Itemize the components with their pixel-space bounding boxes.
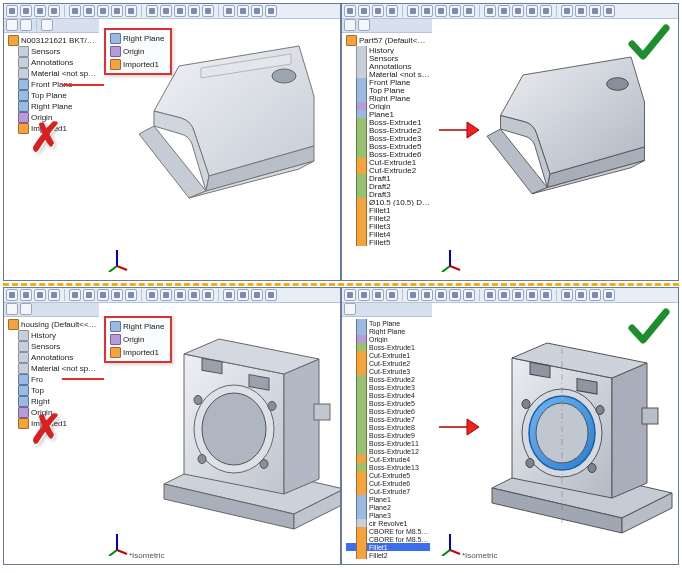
tree-node[interactable]: Boss-Extrude2	[346, 126, 430, 134]
appearance-icon[interactable]	[561, 5, 573, 17]
feature-tree[interactable]: Top PlaneRight PlaneOriginBoss-Extrude1C…	[342, 302, 433, 564]
tree-node[interactable]: CBORE for M8.5 SHO2	[346, 535, 430, 543]
tree-node[interactable]: Plane1	[346, 110, 430, 118]
zoom-fit-icon[interactable]	[111, 5, 123, 17]
print-icon[interactable]	[386, 289, 398, 301]
tree-node[interactable]: Right Plane	[346, 94, 430, 102]
tree-node[interactable]: Plane3	[346, 511, 430, 519]
tree-node[interactable]: Top	[8, 385, 97, 396]
tree-node[interactable]: Top Plane	[346, 319, 430, 327]
tree-root[interactable]: Part57 (Default<<Default>_Display)	[346, 35, 430, 46]
tree-node[interactable]: Boss-Extrude4	[346, 391, 430, 399]
zoom-area-icon[interactable]	[125, 289, 137, 301]
tree-node[interactable]: Boss-Extrude2	[346, 375, 430, 383]
tree-node[interactable]: Boss-Extrude12	[346, 447, 430, 455]
save-icon[interactable]	[372, 5, 384, 17]
new-icon[interactable]	[6, 289, 18, 301]
tree-node[interactable]: Boss-Extrude6	[346, 407, 430, 415]
undo-icon[interactable]	[407, 289, 419, 301]
tree-node[interactable]: Material <not specified>	[8, 68, 97, 79]
tree-node[interactable]: Fillet4	[346, 230, 430, 238]
help-icon[interactable]	[265, 289, 277, 301]
pan-icon[interactable]	[498, 5, 510, 17]
zoom-area-icon[interactable]	[463, 289, 475, 301]
view-triad[interactable]	[438, 532, 462, 558]
open-icon[interactable]	[20, 289, 32, 301]
redo-icon[interactable]	[421, 5, 433, 17]
section-icon[interactable]	[202, 5, 214, 17]
filter-icon[interactable]	[344, 19, 356, 31]
options-icon[interactable]	[251, 289, 263, 301]
zoom-fit-icon[interactable]	[111, 289, 123, 301]
new-icon[interactable]	[6, 5, 18, 17]
redo-icon[interactable]	[421, 289, 433, 301]
view-icon[interactable]	[20, 19, 32, 31]
tree-node[interactable]: Annotations	[8, 352, 97, 363]
tree-node[interactable]: Boss-Extrude3	[346, 134, 430, 142]
tree-node[interactable]: Cut-Extrude6	[346, 479, 430, 487]
tree-node[interactable]: Boss-Extrude7	[346, 415, 430, 423]
appearance-icon[interactable]	[223, 289, 235, 301]
tree-node[interactable]: Boss-Extrude6	[346, 150, 430, 158]
tree-node[interactable]: Sensors	[346, 54, 430, 62]
filter-icon[interactable]	[6, 19, 18, 31]
tree-node[interactable]: Annotations	[346, 62, 430, 70]
rotate-icon[interactable]	[146, 5, 158, 17]
tree-node[interactable]: Right Plane	[346, 327, 430, 335]
view-icon[interactable]	[358, 19, 370, 31]
tree-node[interactable]: Boss-Extrude1	[346, 118, 430, 126]
view-triad[interactable]	[105, 248, 129, 274]
wireframe-icon[interactable]	[188, 289, 200, 301]
tree-node[interactable]: Draft3	[346, 190, 430, 198]
rotate-icon[interactable]	[146, 289, 158, 301]
tree-node[interactable]: Sensors	[8, 46, 97, 57]
tree-node[interactable]: Boss-Extrude3	[346, 383, 430, 391]
options-icon[interactable]	[251, 5, 263, 17]
wireframe-icon[interactable]	[526, 5, 538, 17]
tree-node[interactable]: Right Plane	[8, 101, 97, 112]
tree-node[interactable]: Top Plane	[346, 86, 430, 94]
config-icon[interactable]	[41, 19, 53, 31]
appearance-icon[interactable]	[561, 289, 573, 301]
tree-node[interactable]: Fillet3	[346, 222, 430, 230]
tree-node[interactable]: Cut-Extrude1	[346, 158, 430, 166]
tree-node[interactable]: Boss-Extrude5	[346, 399, 430, 407]
tree-node[interactable]: Boss-Extrude9	[346, 431, 430, 439]
zoom-fit-icon[interactable]	[449, 5, 461, 17]
new-icon[interactable]	[344, 5, 356, 17]
tree-node[interactable]: Cut-Extrude5	[346, 471, 430, 479]
save-icon[interactable]	[34, 289, 46, 301]
tree-node[interactable]: Sensors	[8, 341, 97, 352]
view-icon[interactable]	[575, 5, 587, 17]
rebuild-icon[interactable]	[97, 5, 109, 17]
view-icon[interactable]	[237, 289, 249, 301]
tree-node[interactable]: Boss-Extrude1	[346, 343, 430, 351]
feature-tree[interactable]: Part57 (Default<<Default>_Display) Histo…	[342, 18, 433, 280]
print-icon[interactable]	[386, 5, 398, 17]
shade-icon[interactable]	[512, 5, 524, 17]
view-icon[interactable]	[20, 303, 32, 315]
tree-node[interactable]: History	[346, 46, 430, 54]
rotate-icon[interactable]	[484, 289, 496, 301]
view-icon[interactable]	[237, 5, 249, 17]
tree-node[interactable]: cir Revolve1	[346, 519, 430, 527]
tree-node[interactable]: Annotations	[8, 57, 97, 68]
print-icon[interactable]	[48, 289, 60, 301]
tree-node[interactable]: Boss-Extrude11	[346, 439, 430, 447]
appearance-icon[interactable]	[223, 5, 235, 17]
tree-node[interactable]: Origin	[346, 102, 430, 110]
view-icon[interactable]	[575, 289, 587, 301]
tree-node[interactable]: Origin	[346, 335, 430, 343]
tree-root[interactable]: N003121621 BKT/Simulation Tool	[8, 35, 97, 46]
section-icon[interactable]	[540, 5, 552, 17]
filter-icon[interactable]	[344, 303, 356, 315]
pan-icon[interactable]	[498, 289, 510, 301]
tree-root[interactable]: housing (Default<<Default>_R)	[8, 319, 97, 330]
new-icon[interactable]	[344, 289, 356, 301]
tree-node[interactable]: Cut-Extrude2	[346, 359, 430, 367]
tree-node[interactable]: Fillet1	[346, 206, 430, 214]
tree-node[interactable]: Cut-Extrude1	[346, 351, 430, 359]
tree-node[interactable]: Cut-Extrude3	[346, 367, 430, 375]
undo-icon[interactable]	[407, 5, 419, 17]
section-icon[interactable]	[540, 289, 552, 301]
